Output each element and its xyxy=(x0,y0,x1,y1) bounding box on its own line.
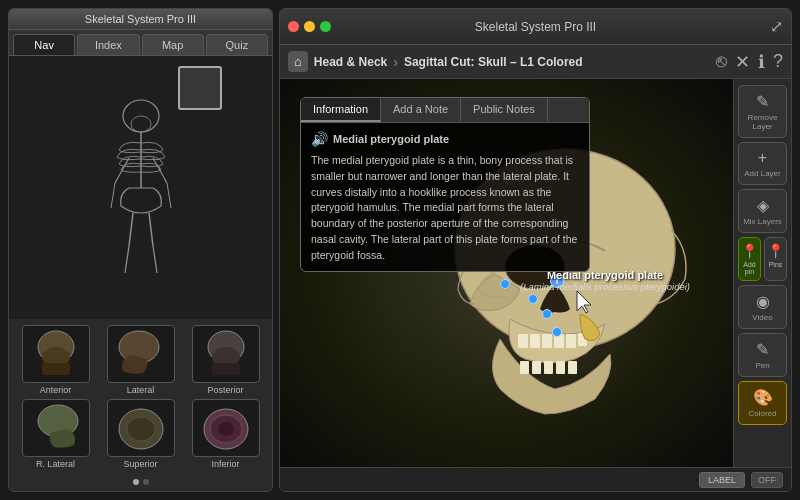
thumb-lateral[interactable]: Lateral xyxy=(100,325,181,395)
remove-layer-label: Remove Layer xyxy=(743,113,782,131)
maximize-icon[interactable]: ⤢ xyxy=(770,17,783,36)
breadcrumb-separator: › xyxy=(393,54,398,70)
tab-nav[interactable]: Nav xyxy=(13,34,75,55)
breadcrumb-current: Sagittal Cut: Skull – L1 Colored xyxy=(404,55,583,69)
toggle-button[interactable]: OFF xyxy=(751,472,783,488)
dot-4[interactable] xyxy=(552,327,562,337)
svg-rect-36 xyxy=(556,361,565,374)
skeleton-view xyxy=(9,56,272,319)
add-pin-button[interactable]: 📍 Add pin xyxy=(738,237,761,281)
thumb-r-lateral[interactable]: R. Lateral xyxy=(15,399,96,469)
add-layer-button[interactable]: + Add Layer xyxy=(738,142,787,185)
info-body-text: The medial pterygoid plate is a thin, bo… xyxy=(311,153,579,263)
title-bar: Skeletal System Pro III ⤢ xyxy=(280,9,791,45)
main-panel: Skeletal System Pro III ⤢ ⌂ Head & Neck … xyxy=(279,8,792,492)
speaker-icon[interactable]: 🔊 xyxy=(311,131,328,147)
pins-label: Pins xyxy=(769,261,783,268)
info-speaker-row: 🔊 Medial pterygoid plate xyxy=(311,131,579,147)
status-bar: LABEL OFF xyxy=(280,467,791,491)
thumb-lateral-label: Lateral xyxy=(127,385,155,395)
svg-rect-33 xyxy=(520,361,529,374)
svg-line-8 xyxy=(153,158,167,183)
svg-line-5 xyxy=(125,246,129,273)
info-icon[interactable]: ℹ xyxy=(758,51,765,73)
svg-line-4 xyxy=(149,213,153,246)
thumb-anterior[interactable]: Anterior xyxy=(15,325,96,395)
thumb-anterior-label: Anterior xyxy=(40,385,72,395)
tab-index[interactable]: Index xyxy=(77,34,139,55)
pins-icon: 📍 xyxy=(767,243,784,259)
pen-icon: ✎ xyxy=(756,340,769,359)
close-button[interactable] xyxy=(288,21,299,32)
svg-point-1 xyxy=(131,116,151,132)
thumb-superior-label: Superior xyxy=(123,459,157,469)
breadcrumb-section: Head & Neck xyxy=(314,55,387,69)
content-area: i Medial pterygoid plate (Lamina mediali… xyxy=(280,79,791,467)
mix-layers-button[interactable]: ◈ Mix Layers xyxy=(738,189,787,233)
page-dots xyxy=(9,475,272,491)
thumb-anterior-img xyxy=(22,325,90,383)
info-title: Medial pterygoid plate xyxy=(333,133,449,145)
label-button[interactable]: LABEL xyxy=(699,472,745,488)
svg-line-9 xyxy=(111,183,115,208)
svg-point-23 xyxy=(218,422,234,436)
svg-line-10 xyxy=(167,183,171,208)
thumbnail-grid: Anterior Lateral Posterior xyxy=(9,319,272,475)
info-tab-add-note[interactable]: Add a Note xyxy=(381,98,461,122)
app-title: Skeletal System Pro III xyxy=(475,20,596,34)
svg-rect-29 xyxy=(542,334,552,348)
svg-line-3 xyxy=(129,213,133,246)
info-tab-public-notes[interactable]: Public Notes xyxy=(461,98,548,122)
thumb-lateral-img xyxy=(107,325,175,383)
pen-label: Pen xyxy=(755,361,769,370)
home-button[interactable]: ⌂ xyxy=(288,51,308,72)
mix-layers-icon: ◈ xyxy=(757,196,769,215)
breadcrumb-bar: ⌂ Head & Neck › Sagittal Cut: Skull – L1… xyxy=(280,45,791,79)
skeleton-highlight xyxy=(178,66,222,110)
thumb-posterior[interactable]: Posterior xyxy=(185,325,266,395)
maximize-button[interactable] xyxy=(320,21,331,32)
svg-rect-28 xyxy=(530,334,540,348)
window-controls xyxy=(288,21,331,32)
minimize-button[interactable] xyxy=(304,21,315,32)
svg-line-6 xyxy=(153,246,157,273)
info-tab-information[interactable]: Information xyxy=(301,98,381,122)
nav-tabs: Nav Index Map Quiz xyxy=(9,30,272,56)
info-popup-tabs: Information Add a Note Public Notes xyxy=(301,98,589,123)
pin-area: 📍 Add pin 📍 Pins xyxy=(738,237,787,281)
pins-button[interactable]: 📍 Pins xyxy=(764,237,787,281)
svg-point-20 xyxy=(127,417,155,441)
thumb-posterior-img xyxy=(192,325,260,383)
colored-icon: 🎨 xyxy=(753,388,773,407)
svg-rect-13 xyxy=(42,363,70,375)
svg-rect-17 xyxy=(212,363,240,375)
remove-layer-button[interactable]: ✎ Remove Layer xyxy=(738,85,787,138)
skull-area: i Medial pterygoid plate (Lamina mediali… xyxy=(280,79,733,467)
tools-icon[interactable]: ✕ xyxy=(735,51,750,73)
add-layer-label: Add Layer xyxy=(744,169,780,178)
dot-2 xyxy=(143,479,149,485)
video-button[interactable]: ◉ Video xyxy=(738,285,787,329)
add-pin-icon: 📍 xyxy=(741,243,758,259)
thumb-inferior[interactable]: Inferior xyxy=(185,399,266,469)
info-popup: Information Add a Note Public Notes 🔊 Me… xyxy=(300,97,590,272)
tab-quiz[interactable]: Quiz xyxy=(206,34,268,55)
pen-button[interactable]: ✎ Pen xyxy=(738,333,787,377)
svg-rect-37 xyxy=(568,361,577,374)
add-pin-label: Add pin xyxy=(741,261,758,275)
add-layer-icon: + xyxy=(758,149,767,167)
video-icon: ◉ xyxy=(756,292,770,311)
dot-1[interactable] xyxy=(500,279,510,289)
colored-button[interactable]: 🎨 Colored xyxy=(738,381,787,425)
thumb-inferior-img xyxy=(192,399,260,457)
skull-label-sub: (Lamina medialis processus pterygoidei) xyxy=(520,281,690,292)
nav-panel: Skeletal System Pro III Nav Index Map Qu… xyxy=(8,8,273,492)
tab-map[interactable]: Map xyxy=(142,34,204,55)
help-icon[interactable]: ? xyxy=(773,51,783,72)
share-icon[interactable]: ⎋ xyxy=(716,51,727,72)
dot-2[interactable] xyxy=(528,294,538,304)
thumb-superior[interactable]: Superior xyxy=(100,399,181,469)
dot-3[interactable] xyxy=(542,309,552,319)
video-label: Video xyxy=(752,313,772,322)
thumb-posterior-label: Posterior xyxy=(207,385,243,395)
